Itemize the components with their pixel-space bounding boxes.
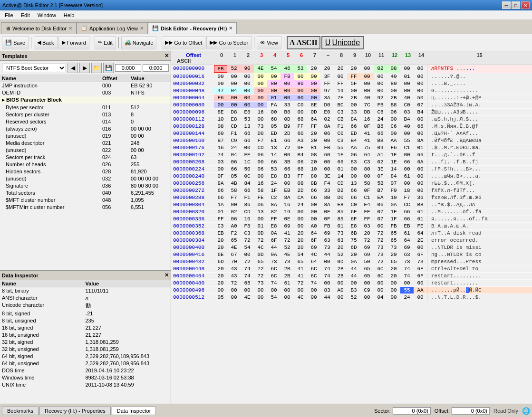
list-item[interactable]: Hidden sectors 028 81,920 (0, 168, 171, 175)
toolbar-separator-1 (31, 37, 31, 48)
list-item[interactable]: Signature 036 80 00 80 00 (0, 182, 171, 190)
log-icon: 📋 (81, 25, 87, 31)
menu-bar: File Edit Window Help (0, 10, 532, 20)
menu-file[interactable]: File (1, 12, 17, 19)
tab-recovery-close[interactable]: ✕ (229, 26, 232, 31)
unicode-icon: U (325, 38, 331, 47)
menu-window[interactable]: Window (34, 12, 60, 19)
list-item[interactable]: 32 bit, unsigned 1,318,081,259 (0, 346, 171, 353)
list-item[interactable]: 64 bit, signed 2,329,282,760,189,956,843 (0, 353, 171, 360)
table-row: 0000000352 C3A0F801E80900A0FB01E80300FBE… (171, 223, 532, 230)
sector-label: Sector: (374, 408, 391, 414)
menu-edit[interactable]: Edit (17, 12, 34, 19)
list-item[interactable]: 16 bit, signed 21,227 (0, 324, 171, 332)
table-row: 0000000400 204E544C4452206973206D6973736… (171, 244, 532, 251)
list-item[interactable]: 32 bit, signed 1,318,081,259 (0, 339, 171, 346)
list-item[interactable]: UNIX time 2011-10-08 13:40:59 (0, 381, 171, 389)
tab-log[interactable]: 📋 Application Log View ✕ (77, 22, 148, 34)
ascii-button[interactable]: A ASCII (287, 36, 320, 49)
template-offset2[interactable] (143, 64, 169, 72)
list-item[interactable]: $MFTMirr cluster number 056 6,551 (0, 204, 171, 211)
list-item[interactable]: Unicode character 勫 (0, 302, 171, 310)
minimize-button[interactable]: ─ (502, 1, 511, 9)
table-row: 0000000128 08CD137305B9FFFF8AF1660FB6C64… (171, 123, 532, 130)
goto-sector-button[interactable]: ▶▶ Go to Sector (206, 36, 251, 49)
goto-offset-button[interactable]: ▶▶ Go to Offset (162, 36, 205, 49)
navigate-icon: 🚜 (125, 39, 131, 46)
goto-sector-icon: ▶▶ (210, 39, 217, 46)
tab-log-close[interactable]: ✕ (140, 26, 144, 31)
table-row: 0000000464 204374726C2B416C742B44656C207… (171, 273, 532, 280)
inspector-table: 8 bit, binary 11101011 ANSI character л … (0, 287, 171, 402)
offset-value[interactable]: 0 (0x0) (452, 407, 490, 415)
list-item[interactable]: 8 bit, signed -21 (0, 310, 171, 317)
list-item[interactable]: 8 bit, unsigned 235 (0, 317, 171, 324)
save-button[interactable]: 💾 Save (2, 36, 29, 49)
maximize-button[interactable]: □ (512, 1, 520, 9)
list-item[interactable]: JMP instruction 000 EB 52 90 (0, 82, 171, 89)
edit-button[interactable]: ✏ Edit (95, 36, 116, 49)
template-offset1[interactable] (115, 64, 141, 72)
template-save-btn[interactable]: 💾 (103, 63, 114, 73)
templates-table: JMP instruction 000 EB 52 90 OEM ID 003 … (0, 82, 171, 211)
templates-title: Templates (2, 53, 28, 59)
list-item[interactable]: (unused) 032 00 00 00 00 (0, 175, 171, 182)
list-item[interactable]: Reserved sectors 014 0 (0, 118, 171, 125)
recovery-icon: 💾 (152, 25, 159, 31)
list-item[interactable]: DOS time 2019-04-16 10:23:22 (0, 367, 171, 374)
tab-welcome[interactable]: 🖥 Welcome to Disk Editor ✕ (1, 22, 77, 34)
properties-tab[interactable]: Recovery (H:) - Properties (39, 407, 111, 415)
unicode-button[interactable]: U Unicode (321, 36, 364, 49)
navigate-button[interactable]: 🚜 Navigate (121, 36, 156, 49)
list-item[interactable]: Windows time 8982-03-16 02:53:38 (0, 374, 171, 381)
list-item[interactable]: $MFT cluster number 048 1,095 (0, 197, 171, 204)
list-item[interactable]: (unused) 019 00 00 (0, 133, 171, 140)
list-item[interactable]: Sectors per cluster 013 8 (0, 111, 171, 118)
template-next-btn[interactable]: ▶ (79, 63, 90, 73)
table-row: 0000000064 F6 00 00 00 01 00 00 00 3A 7E… (171, 95, 532, 102)
list-item[interactable]: (always zero) 016 00 00 00 (0, 125, 171, 133)
sector-value[interactable]: 0 (0x0) (393, 407, 431, 415)
list-item[interactable]: ANSI character л (0, 294, 171, 302)
offset-header: Offset (172, 52, 215, 58)
table-row: 0000000480 20726573746172740000000000000… (171, 280, 532, 287)
table-row: 0000000080 00 00 00 00 FA 33 C0 8E D0 BC… (171, 102, 532, 109)
hex-body[interactable]: 0000000000 EB 52 90 4E 54 46 53 20 20 20… (171, 65, 532, 404)
offset-label: Offset: (435, 408, 450, 414)
table-row: 0000000112 10E85300680D686A02CB8A162400B… (171, 116, 532, 123)
template-open-btn[interactable]: 📁 (91, 63, 102, 73)
hex-col-11: 11 (375, 52, 388, 58)
inspector-section: Data Inspector ✕ Name Value 8 bit, binar… (0, 271, 171, 404)
back-button[interactable]: ◀ Back (34, 36, 57, 49)
list-item[interactable]: Number of heads 026 255 (0, 161, 171, 168)
forward-button[interactable]: ▶ Forward (58, 36, 89, 49)
inspector-tab[interactable]: Data Inspector (112, 407, 156, 415)
hex-col-9: 9 (348, 52, 361, 58)
templates-close-icon[interactable]: ✕ (164, 53, 169, 59)
list-item[interactable]: 64 bit, unsigned 2,329,282,760,189,956,8… (0, 360, 171, 367)
list-item[interactable]: (unused) 022 00 00 (0, 147, 171, 154)
table-row: 0000000256 8A4B84162400088BF4CD13585B070… (171, 180, 532, 187)
hex-col-0: 0 (215, 52, 228, 58)
close-button[interactable]: ✕ (521, 1, 530, 9)
list-item[interactable]: OEM ID 003 NTFS (0, 89, 171, 96)
table-row: 0000000336 FF061000FF0E00000F856FFF071F6… (171, 216, 532, 223)
list-item[interactable]: Bytes per sector 011 512 (0, 104, 171, 111)
hex-col-4: 4 (268, 52, 281, 58)
list-item[interactable]: Total sectors 040 6,291,455 (0, 190, 171, 197)
list-item[interactable]: 8 bit, binary 11101011 (0, 287, 171, 294)
list-item[interactable]: Sectors per track 024 63 (0, 154, 171, 161)
table-row: 0000000304 1A0086D68A1624008AE8C0E4060AC… (171, 201, 532, 208)
template-prev-btn[interactable]: ◀ (68, 63, 78, 73)
view-button[interactable]: 👁 View (257, 36, 281, 49)
table-row: 0000000192 7404FE061400B408601E0664A11E0… (171, 152, 532, 159)
bookmarks-tab[interactable]: Bookmarks (2, 407, 39, 415)
tab-recovery[interactable]: 💾 Disk Editor - Recovery (H:) ✕ (148, 22, 237, 34)
list-item[interactable]: Media descriptor 021 248 (0, 140, 171, 147)
inspector-close-icon[interactable]: ✕ (164, 272, 169, 278)
template-select[interactable]: NTFS Boot Sector (2, 64, 66, 72)
list-item[interactable]: 16 bit, unsigned 21,227 (0, 332, 171, 339)
menu-help[interactable]: Help (60, 12, 78, 19)
table-row: 0000000096 8E D8 E8 16 00 B8 00 0D E0 C3… (171, 109, 532, 116)
tab-welcome-close[interactable]: ✕ (68, 26, 72, 31)
